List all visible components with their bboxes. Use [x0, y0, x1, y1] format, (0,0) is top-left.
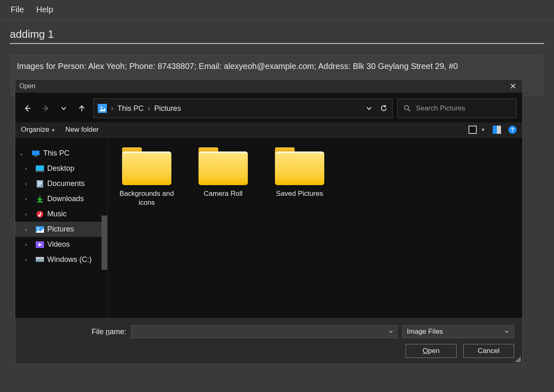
- nav-label: Desktop: [47, 164, 74, 173]
- folder-label: Backgrounds and icons: [116, 189, 178, 207]
- arrow-right-icon: [42, 104, 50, 112]
- music-icon: [36, 211, 44, 218]
- file-name-input[interactable]: [131, 325, 397, 338]
- address-dropdown-button[interactable]: [366, 105, 372, 112]
- pictures-icon: [36, 226, 44, 233]
- documents-icon: [36, 180, 44, 188]
- view-icon: [469, 126, 477, 134]
- svg-point-13: [37, 211, 43, 218]
- result-text: Images for Person: Alex Yeoh; Phone: 874…: [17, 62, 458, 71]
- cancel-button[interactable]: Cancel: [463, 344, 514, 358]
- svg-rect-4: [32, 151, 39, 155]
- nav-pane: ⌄ This PC › Desktop › Documents › Downlo…: [15, 138, 108, 318]
- nav-this-pc[interactable]: ⌄ This PC: [15, 146, 107, 161]
- videos-icon: [36, 241, 44, 248]
- dialog-toolbar: Organize▼ New folder ▼ ?: [15, 122, 522, 138]
- svg-rect-7: [36, 171, 44, 172]
- nav-label: Downloads: [47, 195, 84, 203]
- chevron-right-icon[interactable]: ›: [25, 181, 27, 187]
- chevron-down-icon: [60, 105, 67, 112]
- refresh-button[interactable]: [380, 104, 388, 112]
- svg-point-2: [404, 105, 409, 110]
- address-bar[interactable]: › This PC › Pictures: [93, 99, 392, 118]
- crumb-sep-icon: ›: [148, 104, 150, 112]
- folder-backgrounds-and-icons[interactable]: Backgrounds and icons: [116, 147, 178, 207]
- crumb-sep-icon: ›: [111, 104, 113, 112]
- chevron-right-icon[interactable]: ›: [25, 227, 27, 232]
- nav-label: This PC: [43, 149, 69, 158]
- menu-file[interactable]: File: [11, 5, 24, 14]
- refresh-icon: [380, 104, 388, 112]
- chevron-right-icon[interactable]: ›: [25, 257, 27, 263]
- chevron-down-icon[interactable]: [388, 329, 394, 335]
- file-name-label: File name:: [23, 328, 126, 336]
- svg-rect-5: [34, 156, 37, 156]
- help-button[interactable]: ?: [508, 126, 517, 134]
- search-placeholder: Search Pictures: [416, 104, 465, 112]
- organize-button[interactable]: Organize▼: [21, 126, 55, 134]
- pictures-location-icon: [98, 104, 107, 113]
- folder-saved-pictures[interactable]: Saved Pictures: [269, 147, 330, 198]
- dialog-title: Open: [19, 83, 35, 90]
- open-file-dialog: Open ✕ › This PC › Pictures: [15, 79, 523, 364]
- this-pc-icon: [32, 150, 40, 157]
- nav-recent-button[interactable]: [57, 102, 70, 115]
- folder-label: Saved Pictures: [276, 189, 323, 198]
- nav-videos[interactable]: › Videos: [15, 237, 107, 252]
- nav-label: Windows (C:): [47, 255, 92, 264]
- chevron-right-icon[interactable]: ›: [25, 211, 27, 217]
- nav-label: Videos: [47, 240, 70, 249]
- chevron-down-icon: [366, 105, 372, 112]
- nav-forward-button[interactable]: [39, 102, 52, 115]
- svg-point-16: [37, 227, 39, 229]
- chevron-right-icon[interactable]: ›: [25, 196, 27, 202]
- dialog-titlebar: Open ✕: [15, 80, 522, 93]
- app-menubar: File Help: [0, 0, 554, 20]
- svg-point-1: [101, 107, 102, 108]
- nav-label: Music: [47, 210, 67, 218]
- crumb-pictures[interactable]: Pictures: [154, 104, 181, 113]
- resize-grip[interactable]: [515, 356, 521, 362]
- svg-rect-9: [38, 181, 42, 182]
- close-icon[interactable]: ✕: [510, 81, 517, 91]
- folder-label: Camera Roll: [204, 189, 242, 198]
- chevron-right-icon[interactable]: ›: [25, 242, 27, 248]
- drive-icon: [36, 256, 44, 264]
- svg-line-3: [408, 109, 410, 111]
- nav-scrollbar[interactable]: [102, 215, 107, 270]
- arrow-up-icon: [78, 104, 86, 112]
- nav-up-button[interactable]: [75, 102, 88, 115]
- file-type-value: Image Files: [407, 328, 443, 336]
- nav-downloads[interactable]: › Downloads: [15, 191, 107, 206]
- folder-icon: [275, 147, 324, 185]
- nav-documents[interactable]: › Documents: [15, 176, 107, 191]
- folder-icon: [122, 147, 171, 185]
- nav-label: Pictures: [47, 225, 74, 234]
- nav-back-button[interactable]: [21, 102, 34, 115]
- command-input[interactable]: addimg 1: [10, 28, 544, 44]
- file-type-select[interactable]: Image Files: [402, 325, 514, 338]
- chevron-down-icon[interactable]: ⌄: [19, 151, 23, 156]
- svg-point-14: [39, 214, 41, 216]
- folder-camera-roll[interactable]: Camera Roll: [192, 147, 254, 198]
- chevron-down-icon: [504, 329, 510, 335]
- search-icon: [404, 105, 411, 112]
- dialog-navrow: › This PC › Pictures Search Pictures: [15, 93, 522, 122]
- nav-music[interactable]: › Music: [15, 206, 107, 222]
- nav-desktop[interactable]: › Desktop: [15, 161, 107, 176]
- view-mode-button[interactable]: ▼: [469, 126, 485, 134]
- nav-windows-c[interactable]: › Windows (C:): [15, 252, 107, 267]
- search-input[interactable]: Search Pictures: [397, 99, 517, 118]
- chevron-right-icon[interactable]: ›: [25, 166, 27, 172]
- desktop-icon: [36, 165, 44, 172]
- arrow-left-icon: [23, 104, 32, 112]
- new-folder-button[interactable]: New folder: [65, 126, 99, 134]
- preview-pane-button[interactable]: [493, 126, 501, 134]
- crumb-this-pc[interactable]: This PC: [118, 104, 144, 113]
- folder-content[interactable]: Backgrounds and icons Camera Roll Saved …: [108, 138, 522, 318]
- svg-rect-11: [38, 185, 41, 186]
- nav-pictures[interactable]: › Pictures: [15, 222, 107, 237]
- menu-help[interactable]: Help: [36, 5, 53, 14]
- folder-icon: [199, 147, 248, 185]
- open-button[interactable]: Open: [406, 344, 457, 358]
